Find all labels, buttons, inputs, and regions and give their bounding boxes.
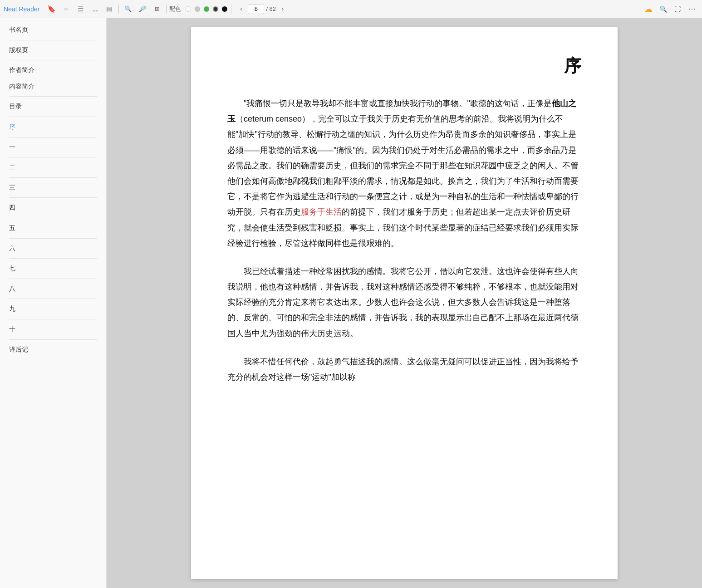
- sidebar-item-ch9[interactable]: 九: [0, 301, 106, 317]
- sep2: [166, 5, 167, 14]
- sidebar-item-ch1[interactable]: 一: [0, 139, 106, 156]
- page-total: / 82: [266, 5, 276, 12]
- zoom-out-icon[interactable]: 🔍: [122, 3, 134, 15]
- toolbar-right: ☁ 🔍 ⛶ ⋯: [642, 3, 698, 15]
- paragraph-1: "我痛恨一切只是教导我却不能丰富或直接加快我行动的事物。"歌德的这句话，正像是他…: [227, 96, 581, 251]
- sidebar-item-ch8[interactable]: 八: [0, 281, 106, 297]
- sidebar-item-copyright[interactable]: 版权页: [0, 42, 106, 59]
- color-green[interactable]: [204, 6, 209, 12]
- sidebar-item-content[interactable]: 内容简介: [0, 78, 106, 95]
- page-nav: ‹ / 82 ›: [236, 4, 288, 14]
- prev-page-button[interactable]: ‹: [236, 4, 246, 14]
- sep3: [231, 5, 231, 14]
- sidebar-item-bookname[interactable]: 书名页: [0, 22, 106, 38]
- bold-text-jade: 他山之玉: [227, 99, 576, 123]
- divider7: [9, 177, 97, 178]
- sep1: [118, 5, 119, 14]
- main-layout: 书名页 版权页 作者简介 内容简介 目录 序 一 二 三 四 五 六 七 八 九…: [0, 18, 702, 588]
- color-white[interactable]: [186, 6, 191, 12]
- content-area: 序 "我痛恨一切只是教导我却不能丰富或直接加快我行动的事物。"歌德的这句话，正像…: [107, 18, 702, 588]
- sidebar-item-ch4[interactable]: 四: [0, 200, 106, 216]
- app-title: Neat Reader: [4, 5, 39, 13]
- toolbar: Neat Reader 🔖 ⎓ ☰ ⚋ ▤ 🔍 🔎 ⊞ 配色 ‹ / 82 › …: [0, 0, 702, 18]
- sidebar-item-ch6[interactable]: 六: [0, 240, 106, 257]
- sidebar-item-ch10[interactable]: 十: [0, 321, 106, 338]
- paragraph-2: 我已经试着描述一种经常困扰我的感情。我将它公开，借以向它发泄。这也许会使得有些人…: [227, 264, 581, 341]
- cloud-icon[interactable]: ☁: [642, 3, 655, 15]
- bookmark-icon[interactable]: 🔖: [45, 3, 58, 15]
- menu-icon[interactable]: ☰: [74, 3, 87, 15]
- divider15: [9, 339, 97, 340]
- grid-icon[interactable]: ⚋: [88, 3, 101, 15]
- divider12: [9, 279, 97, 279]
- sidebar-item-ch5[interactable]: 五: [0, 220, 106, 236]
- divider6: [9, 157, 97, 157]
- fullscreen-icon[interactable]: ⛶: [671, 3, 684, 15]
- paragraph-3: 我将不惜任何代价，鼓起勇气描述我的感情。这么做毫无疑问可以促进正当性，因为我将给…: [227, 354, 581, 385]
- divider3: [9, 96, 97, 97]
- search-icon[interactable]: 🔍: [657, 3, 669, 15]
- sidebar-item-ch2[interactable]: 二: [0, 159, 106, 176]
- sidebar: 书名页 版权页 作者简介 内容简介 目录 序 一 二 三 四 五 六 七 八 九…: [0, 18, 107, 588]
- chapter-title: 序: [227, 54, 581, 78]
- divider11: [9, 258, 97, 259]
- sidebar-item-toc[interactable]: 目录: [0, 98, 106, 115]
- divider4: [9, 117, 97, 117]
- divider14: [9, 319, 97, 319]
- color-dark[interactable]: [213, 6, 218, 12]
- divider1: [9, 40, 97, 40]
- next-page-button[interactable]: ›: [278, 4, 288, 14]
- page: 序 "我痛恨一切只是教导我却不能丰富或直接加快我行动的事物。"歌德的这句话，正像…: [191, 27, 618, 579]
- sidebar-item-ch3[interactable]: 三: [0, 180, 106, 196]
- fit-icon[interactable]: ⊞: [151, 3, 163, 15]
- copy-icon[interactable]: ⎓: [59, 3, 72, 15]
- divider13: [9, 299, 97, 299]
- color-light[interactable]: [195, 6, 200, 12]
- more-icon[interactable]: ⋯: [686, 3, 698, 15]
- sidebar-item-author[interactable]: 作者简介: [0, 62, 106, 78]
- divider9: [9, 218, 97, 218]
- color-label: 配色: [169, 5, 181, 13]
- highlight-text: 服务于生活: [301, 207, 342, 216]
- zoom-in-icon[interactable]: 🔎: [136, 3, 149, 15]
- layout-icon[interactable]: ▤: [103, 3, 116, 15]
- sidebar-item-preface[interactable]: 序: [0, 119, 106, 135]
- sidebar-item-ch7[interactable]: 七: [0, 260, 106, 277]
- divider8: [9, 197, 97, 198]
- divider10: [9, 238, 97, 239]
- sidebar-item-translator-note[interactable]: 译后记: [0, 342, 106, 358]
- page-input[interactable]: [248, 4, 264, 14]
- divider5: [9, 137, 97, 137]
- divider2: [9, 60, 97, 60]
- color-black[interactable]: [222, 6, 227, 12]
